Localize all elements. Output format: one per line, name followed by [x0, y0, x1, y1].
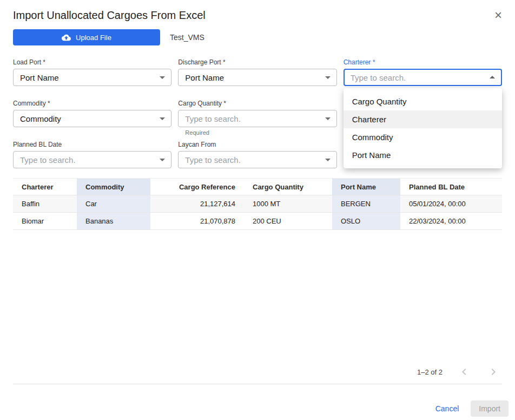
cell-cargo-reference: 21,070,878: [177, 213, 244, 229]
cargo-quantity-label: Cargo Quantity *: [178, 100, 336, 107]
cargo-preview-table: Charterer Commodity Cargo Reference Carg…: [13, 178, 502, 384]
field-charterer: Charterer * Cargo Quantity Charterer Com…: [344, 58, 502, 86]
column-header-commodity[interactable]: Commodity: [77, 179, 150, 195]
dropdown-option-cargo-quantity[interactable]: Cargo Quantity: [344, 93, 502, 110]
pagination-range-label: 1–2 of 2: [417, 368, 443, 376]
column-header-blank[interactable]: [150, 179, 177, 195]
field-planned-bl-date: Planned BL Date: [13, 141, 171, 168]
table-pagination: 1–2 of 2: [13, 360, 502, 384]
cell-cargo-quantity: 200 CEU: [244, 213, 332, 229]
cell-commodity: Bananas: [77, 213, 150, 229]
table-row: Biomar Bananas 21,070,878 200 CEU OSLO 2…: [13, 213, 502, 230]
import-button[interactable]: Import: [471, 401, 509, 417]
laycan-from-input-wrap: [178, 151, 336, 168]
discharge-port-label: Discharge Port *: [178, 58, 336, 66]
field-commodity: Commodity * Commodity: [13, 100, 171, 127]
charterer-dropdown: Cargo Quantity Charterer Commodity Port …: [344, 88, 502, 168]
field-cargo-quantity: Cargo Quantity * Required: [178, 100, 336, 127]
cloud-upload-icon: [62, 33, 71, 42]
chevron-down-icon: [160, 76, 165, 79]
cancel-button[interactable]: Cancel: [431, 401, 464, 416]
cell-blank: [150, 195, 177, 212]
charterer-label: Charterer *: [344, 58, 502, 66]
cargo-quantity-input-wrap: [178, 110, 336, 127]
mapping-form: Load Port * Port Name Discharge Port * P…: [13, 58, 502, 168]
table-empty-area: [13, 230, 502, 360]
chevron-down-icon: [160, 117, 165, 120]
laycan-from-search-input[interactable]: [185, 155, 320, 165]
cell-planned-bl-date: 22/03/2024, 00:00: [400, 213, 502, 229]
charterer-search-input[interactable]: [351, 73, 485, 82]
column-header-charterer[interactable]: Charterer: [13, 179, 77, 195]
chevron-up-icon: [490, 76, 495, 78]
load-port-label: Load Port *: [13, 58, 171, 66]
column-header-port-name[interactable]: Port Name: [332, 179, 400, 195]
chevron-down-icon: [325, 159, 331, 161]
upload-row: Upload File Test_VMS: [13, 29, 502, 45]
field-discharge-port: Discharge Port * Port Name: [178, 58, 336, 86]
cell-commodity: Car: [77, 195, 150, 212]
cell-planned-bl-date: 05/01/2024, 00:00: [400, 195, 502, 212]
cell-cargo-quantity: 1000 MT: [244, 195, 332, 212]
field-laycan-from: Laycan From: [178, 141, 336, 168]
cell-port-name: BERGEN: [332, 195, 400, 212]
previous-page-icon[interactable]: [457, 364, 472, 379]
upload-button-label: Upload File: [76, 34, 111, 42]
load-port-select[interactable]: Port Name: [13, 69, 171, 86]
dropdown-option-charterer[interactable]: Charterer: [344, 110, 502, 128]
planned-bl-date-search-input[interactable]: [20, 155, 155, 165]
planned-bl-date-label: Planned BL Date: [13, 141, 171, 148]
close-icon[interactable]: ×: [492, 8, 504, 23]
chevron-down-icon: [325, 117, 331, 120]
upload-file-button[interactable]: Upload File: [13, 29, 160, 45]
column-header-cargo-quantity[interactable]: Cargo Quantity: [244, 179, 332, 195]
dialog-header: Import Unallocated Cargoes From Excel ×: [0, 0, 515, 23]
laycan-from-label: Laycan From: [178, 141, 336, 148]
discharge-port-select[interactable]: Port Name: [178, 69, 336, 86]
load-port-value: Port Name: [20, 73, 59, 82]
cell-cargo-reference: 21,127,614: [177, 195, 244, 212]
column-header-planned-bl-date[interactable]: Planned BL Date: [400, 179, 502, 195]
commodity-label: Commodity *: [13, 100, 171, 107]
page-title: Import Unallocated Cargoes From Excel: [13, 8, 206, 23]
dropdown-option-port-name[interactable]: Port Name: [344, 146, 502, 164]
cell-charterer: Baffin: [13, 195, 77, 212]
chevron-down-icon: [325, 76, 331, 79]
dialog-actions: Cancel Import: [431, 401, 509, 417]
chevron-down-icon: [160, 159, 165, 161]
dropdown-option-commodity[interactable]: Commodity: [344, 128, 502, 146]
table-row: Baffin Car 21,127,614 1000 MT BERGEN 05/…: [13, 195, 502, 213]
import-dialog: Import Unallocated Cargoes From Excel × …: [0, 0, 515, 420]
cargo-quantity-helper: Required: [185, 129, 209, 136]
charterer-input-wrap: [344, 69, 502, 86]
commodity-select[interactable]: Commodity: [13, 110, 171, 127]
column-header-cargo-reference[interactable]: Cargo Reference: [177, 179, 244, 195]
cell-blank: [150, 213, 177, 229]
cell-port-name: OSLO: [332, 213, 400, 229]
field-load-port: Load Port * Port Name: [13, 58, 171, 86]
table-header-row: Charterer Commodity Cargo Reference Carg…: [13, 179, 502, 195]
planned-bl-date-input-wrap: [13, 151, 171, 168]
uploaded-file-name: Test_VMS: [170, 33, 204, 42]
discharge-port-value: Port Name: [185, 73, 224, 82]
cargo-quantity-search-input[interactable]: [185, 114, 320, 123]
cell-charterer: Biomar: [13, 213, 77, 229]
commodity-value: Commodity: [20, 114, 61, 123]
next-page-icon[interactable]: [486, 364, 501, 379]
